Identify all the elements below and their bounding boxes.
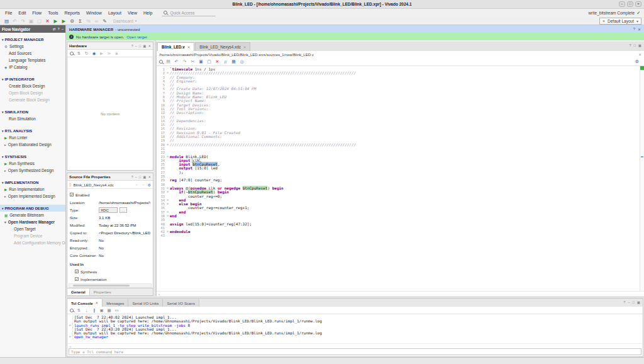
run-icon[interactable]: ▶: [52, 18, 60, 24]
menu-layout[interactable]: Layout: [105, 11, 125, 15]
board-icon[interactable]: ■: [114, 51, 119, 55]
save-icon[interactable]: ▤: [3, 18, 11, 24]
scroll-left-icon[interactable]: ‹: [70, 344, 71, 348]
tcl-command-input[interactable]: Type a Tcl command here: [69, 348, 641, 355]
dock-icon[interactable]: ⇄: [53, 27, 56, 31]
run-icon[interactable]: ▶: [99, 51, 104, 56]
sfp-tab-properties[interactable]: Properties: [90, 288, 115, 295]
flownav-item-run-synthesis[interactable]: ▶Run Synthesis: [0, 160, 65, 167]
paste-icon[interactable]: ▢: [35, 18, 43, 24]
minimize-icon[interactable]: –: [135, 44, 137, 48]
editor-horizontal-scrollbar[interactable]: ‹: [157, 291, 644, 296]
menu-help[interactable]: Help: [140, 11, 155, 15]
minimize-icon[interactable]: –: [619, 1, 625, 7]
help-icon[interactable]: ?: [58, 27, 60, 31]
flownav-item-run-implementation[interactable]: ▶Run Implementation: [0, 186, 65, 193]
console-tab-messages[interactable]: Messages: [103, 299, 128, 307]
flownav-item-settings[interactable]: ⚙Settings: [0, 43, 65, 50]
bulb-icon[interactable]: ◎: [238, 59, 245, 64]
collapse-icon[interactable]: ⇅: [76, 51, 82, 56]
scroll-down-icon[interactable]: ↓: [84, 308, 89, 312]
scrollbar-thumb[interactable]: [73, 285, 130, 287]
flownav-item-add-configuration-memory-dev[interactable]: Add Configuration Memory Dev: [0, 239, 65, 246]
close-icon[interactable]: ✕: [243, 45, 247, 49]
flownav-item-program-device[interactable]: Program Device: [0, 232, 65, 239]
flownav-item-run-linter[interactable]: ▶Run Linter: [0, 134, 65, 141]
copy-icon[interactable]: ▣: [99, 308, 104, 313]
flownav-item-open-implemented-design[interactable]: ▸Open Implemented Design: [0, 193, 65, 200]
menu-flow[interactable]: Flow: [29, 11, 45, 15]
close-icon[interactable]: ✕: [638, 52, 641, 57]
close-icon[interactable]: ✕: [96, 301, 99, 305]
menu-window[interactable]: Window: [83, 11, 105, 15]
menu-file[interactable]: File: [2, 11, 15, 15]
menu-edit[interactable]: Edit: [15, 11, 29, 15]
float-icon[interactable]: ▣: [143, 44, 146, 48]
pause-icon[interactable]: ∥: [91, 308, 97, 313]
float-icon[interactable]: ▣: [143, 175, 146, 179]
gear-icon[interactable]: ⚙: [635, 59, 639, 64]
undo-icon[interactable]: ↶: [173, 59, 180, 64]
editor-tab-blink-led-nexys4-xdc[interactable]: Blink_LED_Nexys4.xdc✕: [195, 42, 250, 51]
flownav-item-language-templates[interactable]: Language Templates: [0, 57, 65, 64]
scroll-left-icon[interactable]: ‹: [158, 292, 160, 296]
close-icon[interactable]: ✕: [148, 175, 151, 179]
flownav-item-create-block-design[interactable]: Create Block Design: [0, 82, 65, 89]
flownav-section-simulation[interactable]: ▾SIMULATION: [0, 108, 65, 115]
help-icon[interactable]: ?: [623, 300, 625, 304]
help-icon[interactable]: ?: [629, 43, 631, 47]
open-target-link[interactable]: Open target: [126, 35, 147, 39]
layout-select[interactable]: ≡ Default Layout ▾: [599, 18, 641, 25]
flownav-item-open-hardware-manager[interactable]: ▾Open Hardware Manager: [0, 219, 65, 225]
redo-icon[interactable]: ↷: [19, 18, 27, 24]
settings-icon[interactable]: ⚙: [68, 18, 76, 24]
console-horizontal-scrollbar[interactable]: ‹: [67, 343, 643, 348]
flownav-item-open-target[interactable]: Open Target: [0, 225, 65, 232]
code-area[interactable]: 1`timescale 1ns / 1ps2⊖/////////////////…: [157, 66, 640, 291]
close-icon[interactable]: ✕: [148, 44, 151, 48]
close-icon[interactable]: ✕: [638, 27, 641, 31]
editor-tab-blink-led-v[interactable]: Blink_LED.v✕: [157, 42, 194, 51]
refresh-icon[interactable]: ↻: [84, 51, 89, 56]
edit-icon[interactable]: ✎: [101, 18, 109, 24]
help-icon[interactable]: ?: [131, 44, 133, 48]
menu-view[interactable]: View: [125, 11, 140, 15]
console-tab-serial-i-o-scans[interactable]: Serial I/O Scans: [163, 299, 199, 307]
minimize-icon[interactable]: –: [135, 175, 137, 179]
magnifier-icon[interactable]: [69, 308, 74, 313]
comment-icon[interactable]: //: [222, 60, 229, 64]
browse-button[interactable]: …: [119, 207, 127, 213]
close-icon[interactable]: ✕: [187, 45, 191, 49]
sfp-tab-general[interactable]: General: [67, 288, 90, 295]
flownav-section-implementation[interactable]: ▾IMPLEMENTATION: [0, 179, 65, 186]
menu-reports[interactable]: Reports: [61, 11, 83, 15]
flownav-item-open-elaborated-design[interactable]: ▸Open Elaborated Design: [0, 141, 65, 148]
paste-icon[interactable]: ▢: [206, 59, 213, 64]
menu-tools[interactable]: Tools: [45, 11, 61, 15]
flownav-section-ip-integrator[interactable]: ▾IP INTEGRATOR: [0, 76, 65, 82]
forward-arrow-icon[interactable]: →: [142, 183, 145, 187]
float-icon[interactable]: ▣: [637, 300, 640, 304]
flownav-item-run-simulation[interactable]: Run Simulation: [0, 115, 65, 122]
dashboard-dropdown[interactable]: Dashboard ▾: [113, 19, 136, 23]
cut-icon[interactable]: ✂: [189, 59, 196, 64]
link-icon[interactable]: ∞: [92, 18, 101, 24]
undo-icon[interactable]: ↶: [11, 18, 19, 24]
maximize-icon[interactable]: □: [139, 44, 141, 48]
back-arrow-icon[interactable]: ←: [135, 183, 139, 187]
sfp-horizontal-scrollbar[interactable]: [69, 283, 152, 288]
float-icon[interactable]: ▣: [638, 43, 641, 47]
copy-icon[interactable]: ▣: [197, 59, 204, 64]
flownav-item-add-sources[interactable]: Add Sources: [0, 50, 65, 57]
columns-icon[interactable]: ▦: [230, 59, 237, 64]
checkbox-checked-icon[interactable]: ✓: [75, 277, 79, 281]
collapse-icon[interactable]: ⇅: [76, 308, 82, 313]
magnifier-icon[interactable]: [158, 59, 164, 64]
flownav-item-generate-bitstream[interactable]: ▦Generate Bitstream: [0, 212, 65, 219]
checkbox-checked-icon[interactable]: ✓: [75, 270, 79, 273]
delete-icon[interactable]: ✕: [43, 18, 52, 24]
flownav-item-open-block-design[interactable]: Open Block Design: [0, 89, 65, 96]
maximize-icon[interactable]: □: [139, 175, 141, 179]
delete-icon[interactable]: ✕: [214, 59, 221, 64]
close-icon[interactable]: ×: [635, 1, 641, 7]
